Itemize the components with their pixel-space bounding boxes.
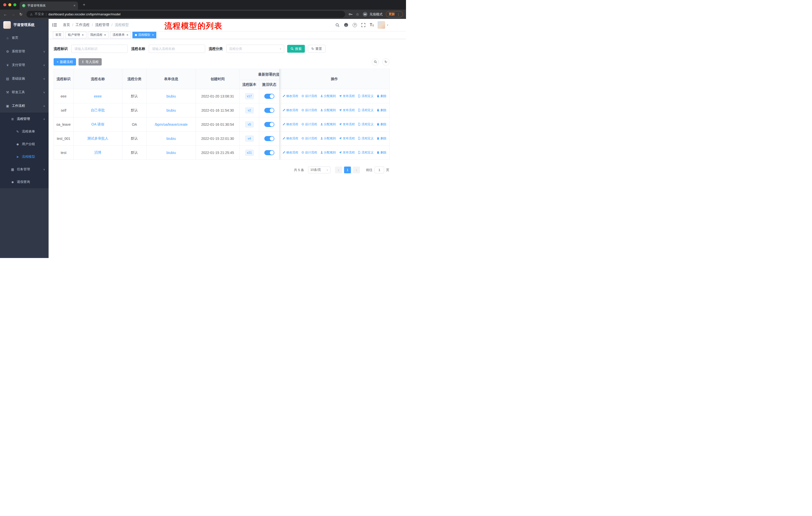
address-bar[interactable]: ⚠ 不安全 dashboard.yudao.iocoder.cn/bpm/man… [26,11,345,18]
create-model-button[interactable]: + 新建流程 [54,58,76,65]
design-model-link[interactable]: 设计流程 [301,122,317,127]
avatar[interactable] [378,21,385,29]
close-icon[interactable]: × [126,33,128,36]
close-icon[interactable]: × [82,33,84,36]
fullscreen-icon[interactable] [361,23,366,27]
minimize-window-button[interactable] [8,3,11,6]
bookmark-star-icon[interactable]: ☆ [356,12,359,17]
edit-model-link[interactable]: 修改流程 [283,136,298,141]
model-name-link[interactable]: 自己审批 [91,108,105,112]
active-toggle[interactable] [264,150,274,155]
tab-close-icon[interactable]: × [74,3,76,7]
user-menu[interactable]: ∨ [378,21,388,29]
tag-process-form[interactable]: 流程表单 × [110,32,131,38]
next-page-button[interactable]: › [353,166,360,173]
process-definition-link[interactable]: 流程定义 [358,136,374,141]
password-key-icon[interactable] [348,12,353,17]
help-icon[interactable]: ? [353,23,357,27]
process-definition-link[interactable]: 流程定义 [358,94,374,98]
assign-rule-link[interactable]: 分配规则 [320,122,336,127]
sidebar-item-home[interactable]: ⌂ 首页 [0,31,49,45]
sidebar-logo[interactable]: 芋道管理系统 [0,19,49,31]
sidebar-item-process-form[interactable]: ✎ 流程表单 [0,125,49,138]
tag-my-process[interactable]: 我的流程 × [88,32,109,38]
model-name-input[interactable] [149,45,205,53]
form-link[interactable]: biubiu [166,137,176,141]
design-model-link[interactable]: 设计流程 [301,151,317,155]
sidebar-item-devtools[interactable]: ⚒ 研发工具 ∨ [0,85,49,99]
form-link[interactable]: biubiu [166,151,176,155]
tag-tenant-management[interactable]: 租户管理 × [65,32,86,38]
breadcrumb-workflow[interactable]: 工作流程 [76,23,90,27]
import-model-button[interactable]: ↥ 导入流程 [79,58,102,65]
forward-icon[interactable]: → [11,12,16,17]
breadcrumb-process-management[interactable]: 流程管理 [95,23,109,27]
publish-model-link[interactable]: 发布流程 [339,136,355,141]
delete-link[interactable]: 删除 [377,108,386,112]
edit-model-link[interactable]: 修改流程 [283,122,298,127]
reload-icon[interactable]: ↻ [19,12,23,17]
process-definition-link[interactable]: 流程定义 [358,151,374,155]
model-id-input[interactable] [71,45,127,53]
close-icon[interactable]: × [104,33,106,36]
design-model-link[interactable]: 设计流程 [301,94,317,98]
tag-process-model[interactable]: 流程模型 × [133,32,156,38]
sidebar-item-process-management[interactable]: ≣ 流程管理 ∧ [0,113,49,125]
active-toggle[interactable] [264,108,274,113]
publish-model-link[interactable]: 发布流程 [339,151,355,155]
model-name-link[interactable]: 滔博 [94,151,102,155]
delete-link[interactable]: 删除 [377,94,386,98]
publish-model-link[interactable]: 发布流程 [339,94,355,98]
model-name-link[interactable]: eeee [94,94,102,98]
browser-tab[interactable]: 芋道管理系统 × [20,1,78,9]
assign-rule-link[interactable]: 分配规则 [320,108,336,112]
hamburger-icon[interactable] [52,23,57,27]
sidebar-item-system[interactable]: ⚙ 系统管理 ∨ [0,45,49,58]
form-link[interactable]: biubiu [166,108,176,112]
sidebar-item-process-model[interactable]: ➤ 流程模型 [0,151,49,163]
reset-button[interactable]: ↻ 重置 [308,45,325,53]
font-size-icon[interactable]: TT [370,23,374,27]
delete-link[interactable]: 删除 [377,122,386,127]
sidebar-item-leave-query[interactable]: ☻ 请假查询 [0,175,49,188]
active-toggle[interactable] [264,122,274,127]
sidebar-item-workflow[interactable]: ▣ 工作流程 ∧ [0,99,49,113]
model-name-link[interactable]: 测试多审批人 [87,136,109,140]
back-icon[interactable]: ← [3,12,7,17]
tag-home[interactable]: 首页 [53,32,64,38]
publish-model-link[interactable]: 发布流程 [339,108,355,112]
breadcrumb-home[interactable]: 首页 [63,23,70,27]
sidebar-item-user-group[interactable]: ☻ 用户分组 [0,138,49,151]
edit-model-link[interactable]: 修改流程 [283,108,298,112]
sidebar-item-task-management[interactable]: ▦ 任务管理 ∨ [0,163,49,175]
close-icon[interactable]: × [152,33,154,36]
prev-page-button[interactable]: ‹ [335,166,342,173]
publish-model-link[interactable]: 发布流程 [339,122,355,127]
new-tab-button[interactable]: + [81,2,87,8]
page-number-1[interactable]: 1 [344,166,351,173]
edit-model-link[interactable]: 修改流程 [283,151,298,155]
zoom-window-button[interactable] [13,3,17,6]
assign-rule-link[interactable]: 分配规则 [320,136,336,141]
search-button[interactable]: 搜索 [287,45,305,53]
form-link[interactable]: biubiu [166,94,176,98]
design-model-link[interactable]: 设计流程 [301,108,317,112]
browser-update-button[interactable]: 更新 ⋮ [386,11,403,18]
refresh-table-button[interactable]: ↻ [382,58,389,65]
close-window-button[interactable] [3,3,6,6]
form-link[interactable]: /bpm/oa/leave/create [155,123,188,127]
sidebar-item-payment[interactable]: ¥ 支付管理 ∨ [0,58,49,72]
assign-rule-link[interactable]: 分配规则 [320,94,336,98]
goto-page-input[interactable] [375,166,384,173]
search-icon[interactable] [335,23,340,27]
edit-model-link[interactable]: 修改流程 [283,94,298,98]
delete-link[interactable]: 删除 [377,151,386,155]
page-size-select[interactable]: 10条/页 ∨ [308,166,330,173]
category-select[interactable]: 流程分类 ∨ [226,45,284,53]
assign-rule-link[interactable]: 分配规则 [320,151,336,155]
design-model-link[interactable]: 设计流程 [301,136,317,141]
active-toggle[interactable] [264,136,274,141]
github-icon[interactable] [344,23,348,27]
process-definition-link[interactable]: 流程定义 [358,108,374,112]
delete-link[interactable]: 删除 [377,136,386,141]
